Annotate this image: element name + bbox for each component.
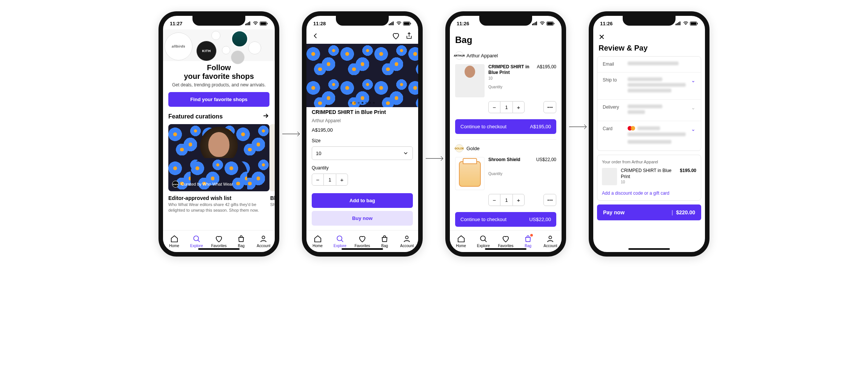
svg-rect-15 [404,22,409,25]
discount-link[interactable]: Add a discount code or a gift card [602,191,696,196]
subheadline: Get deals, trending products, and new ar… [171,82,267,88]
qty-increase[interactable]: + [512,194,525,206]
svg-rect-23 [554,23,555,24]
item-price: A$195,00 [537,64,556,97]
svg-rect-29 [678,22,679,25]
tab-home[interactable]: Home [306,231,329,252]
item-title: CRIMPED SHIRT in Blue Print [621,168,676,180]
product-image[interactable] [306,44,418,107]
qty-decrease[interactable]: − [488,194,500,206]
brand-bubble[interactable]: allbirds [165,32,192,60]
qty-label: Quantity [312,165,413,171]
tab-account[interactable]: Account [396,231,418,252]
size-value: 10 [316,151,321,156]
quantity-stepper: − 1 + [488,194,525,206]
home-icon [314,235,322,243]
delivery-row[interactable]: Delivery ⌄ [597,100,701,121]
flow-arrow-icon [282,130,301,138]
merchant-logo: ARTHUR [455,51,463,60]
tab-account[interactable]: Account [539,231,562,252]
home-icon [457,235,465,243]
back-button[interactable] [312,32,319,41]
chevron-down-icon: ⌄ [691,126,696,132]
merchant-header[interactable]: GOLDE Golde [450,141,562,155]
flow-arrow-icon [426,155,445,162]
qty-value: 1 [500,194,512,206]
phone-review-pay: 11:26 ✕ Review & Pay Email Ship to ⌄ [589,11,709,257]
brand-bubble[interactable] [222,46,230,54]
tab-account[interactable]: Account [252,231,275,252]
row-label: Delivery [603,105,622,110]
close-button[interactable]: ✕ [599,32,700,42]
status-icons [676,22,698,26]
notch [192,16,245,26]
status-icons [245,22,268,26]
brand-bubble[interactable] [231,51,245,64]
bag-icon [380,235,389,243]
svg-rect-5 [267,23,268,24]
svg-rect-33 [691,22,696,25]
buy-now-button[interactable]: Buy now [312,211,413,226]
quantity-stepper: − 1 + [488,101,525,113]
brand-bubble[interactable]: KITH [196,41,217,61]
find-shops-button[interactable]: Find your favorite shops [168,92,269,107]
svg-point-8 [262,236,265,239]
brand-bubble[interactable] [231,30,248,48]
item-variant: 10 [488,76,533,80]
favorite-button[interactable] [392,32,400,42]
tab-home[interactable]: Home [450,231,472,252]
home-indicator [198,248,240,250]
row-label: Email [603,61,622,67]
user-icon [546,235,554,243]
qty-decrease[interactable]: − [488,101,500,113]
qty-increase[interactable]: + [336,174,348,186]
svg-rect-3 [249,22,251,25]
svg-point-25 [480,236,485,241]
curation-peek-desc: Sh [269,202,275,208]
svg-point-17 [406,236,408,239]
item-price: $195.00 [680,168,696,173]
svg-point-7 [194,236,199,241]
notch [336,16,389,26]
phone-product: 11:28 CRIMPED SHIRT in Blue Print Arthur… [302,11,423,257]
shipto-row[interactable]: Ship to ⌄ [597,72,701,100]
card-row[interactable]: Card ⌄ [597,121,701,151]
bag-line-item: CRIMPED SHIRT in Blue Print 10 Quantity … [450,63,562,101]
flow-arrow-icon [569,123,588,131]
share-button[interactable] [405,32,413,42]
svg-rect-21 [536,22,537,25]
chevron-down-icon: ⌄ [691,77,696,83]
checkout-button[interactable]: Continue to checkout US$22,00 [455,212,556,227]
merchant-logo: GOLDE [455,144,463,152]
bag-icon [237,235,245,243]
item-thumb[interactable] [455,64,485,97]
curation-card[interactable]: www Curated by Who What Wear [168,124,269,191]
email-row[interactable]: Email [597,57,701,72]
merchant-name: Golde [466,146,480,151]
qty-increase[interactable]: + [512,101,525,113]
add-to-bag-button[interactable]: Add to bag [312,193,413,208]
checkout-button[interactable]: Continue to checkout A$195,00 [455,119,556,134]
brand-bubble[interactable] [211,31,220,40]
qty-decrease[interactable]: − [312,174,324,186]
section-title: Featured curations [168,113,223,120]
more-button[interactable] [543,101,556,113]
follow-heading: Followyour favorite shops Get deals, tre… [163,61,275,92]
chevron-down-icon: ⌄ [691,105,696,111]
more-button[interactable] [543,194,556,206]
user-icon [259,235,268,243]
arrow-right-icon[interactable] [262,112,269,121]
merchant-header[interactable]: ARTHUR Arthur Apparel [450,48,562,63]
svg-rect-30 [680,22,681,25]
status-icons [532,22,555,26]
row-label: Ship to [603,77,622,83]
brand-bubble[interactable] [248,42,261,54]
svg-rect-20 [535,22,536,25]
size-select[interactable]: 10 [312,146,413,160]
curation-peek-title: Bl [269,191,275,202]
item-thumb[interactable] [455,157,485,190]
product-brand[interactable]: Arthur Apparel [312,118,413,123]
tab-home[interactable]: Home [163,231,185,252]
svg-rect-1 [247,23,248,25]
pay-now-button[interactable]: Pay now |$220.00 [597,204,701,220]
